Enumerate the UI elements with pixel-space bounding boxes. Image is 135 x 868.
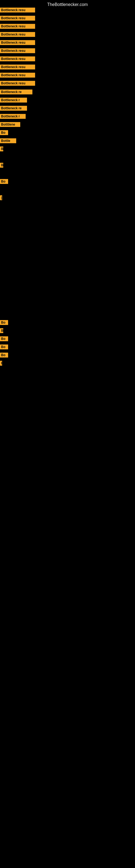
bottleneck-item: Bottleneck resu — [0, 81, 35, 86]
bottleneck-item: Bottleneck resu — [0, 40, 35, 45]
bottleneck-item: Bo — [0, 130, 8, 135]
bottleneck-item: Bottleneck resu — [0, 8, 35, 12]
bottleneck-item: Bottleneck resu — [0, 48, 35, 53]
bottleneck-item: Bo — [0, 179, 8, 184]
bottleneck-item: Bo — [0, 352, 8, 358]
bottleneck-item: Bo — [0, 320, 8, 325]
bottleneck-item: Bottleneck r — [0, 98, 27, 102]
bottleneck-item: Botttlene — [0, 122, 20, 127]
bottleneck-item: Bottleneck re — [0, 90, 32, 94]
bottleneck-item: Bottleneck resu — [0, 73, 35, 78]
bottleneck-item: Bottleneck resu — [0, 32, 35, 37]
bottleneck-item: Bottleneck resu — [0, 65, 35, 69]
bottleneck-item: B — [0, 147, 3, 151]
bottleneck-item: B — [0, 163, 3, 167]
bottleneck-item: Bottleneck resu — [0, 16, 35, 21]
bottleneck-item: Bottle — [0, 138, 16, 143]
bottleneck-item: B — [0, 328, 3, 333]
bottleneck-item: B — [0, 361, 2, 366]
bottleneck-item: | — [0, 195, 2, 200]
bottleneck-item: Bottleneck resu — [0, 24, 35, 29]
bottleneck-item: Bottleneck r — [0, 114, 26, 119]
bottleneck-item: Bottleneck resu — [0, 56, 35, 61]
bottleneck-item: Bo — [0, 336, 8, 341]
bottleneck-item: Bottleneck re — [0, 106, 27, 111]
bottleneck-item: Bo — [0, 344, 8, 349]
